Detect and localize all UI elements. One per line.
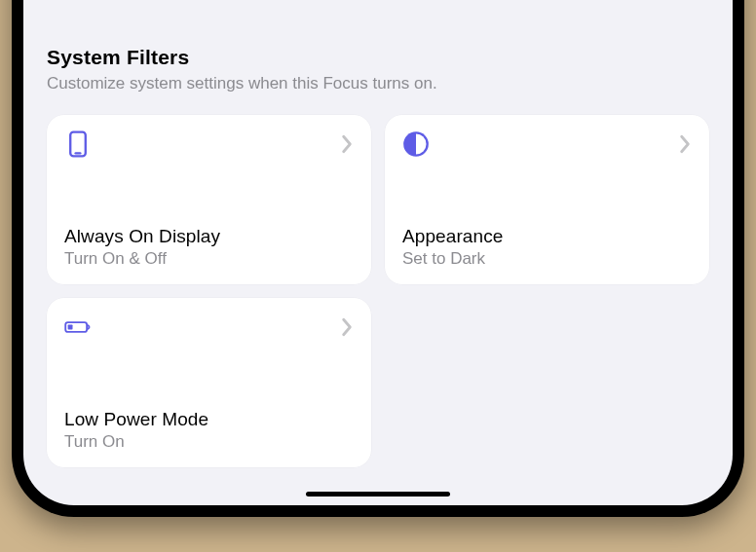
settings-content: System Filters Customize system settings… — [23, 0, 733, 505]
svg-rect-4 — [68, 325, 73, 330]
home-indicator[interactable] — [306, 492, 450, 497]
tile-subtitle: Turn On & Off — [64, 249, 354, 269]
phone-screen: System Filters Customize system settings… — [23, 0, 733, 505]
tile-subtitle: Turn On — [64, 432, 354, 452]
tile-top — [402, 130, 692, 158]
phone-frame: System Filters Customize system settings… — [12, 0, 744, 517]
tile-bottom: Appearance Set to Dark — [402, 226, 692, 269]
tile-title: Always On Display — [64, 226, 354, 247]
chevron-right-icon — [340, 317, 354, 337]
tile-title: Low Power Mode — [64, 409, 354, 430]
tile-always-on-display[interactable]: Always On Display Turn On & Off — [47, 115, 371, 284]
half-moon-icon — [402, 130, 430, 158]
section-title: System Filters — [47, 46, 709, 69]
tile-title: Appearance — [402, 226, 692, 247]
filter-tiles-grid: Always On Display Turn On & Off — [23, 95, 733, 467]
tile-top — [64, 313, 354, 341]
tile-subtitle: Set to Dark — [402, 249, 692, 269]
chevron-right-icon — [678, 134, 692, 154]
tile-low-power-mode[interactable]: Low Power Mode Turn On — [47, 298, 371, 467]
tile-bottom: Low Power Mode Turn On — [64, 409, 354, 452]
phone-icon — [64, 130, 92, 158]
battery-icon — [64, 313, 92, 341]
tile-appearance[interactable]: Appearance Set to Dark — [385, 115, 709, 284]
section-subtitle: Customize system settings when this Focu… — [47, 73, 709, 95]
chevron-right-icon — [340, 134, 354, 154]
system-filters-header: System Filters Customize system settings… — [23, 46, 733, 95]
tile-top — [64, 130, 354, 158]
tile-bottom: Always On Display Turn On & Off — [64, 226, 354, 269]
